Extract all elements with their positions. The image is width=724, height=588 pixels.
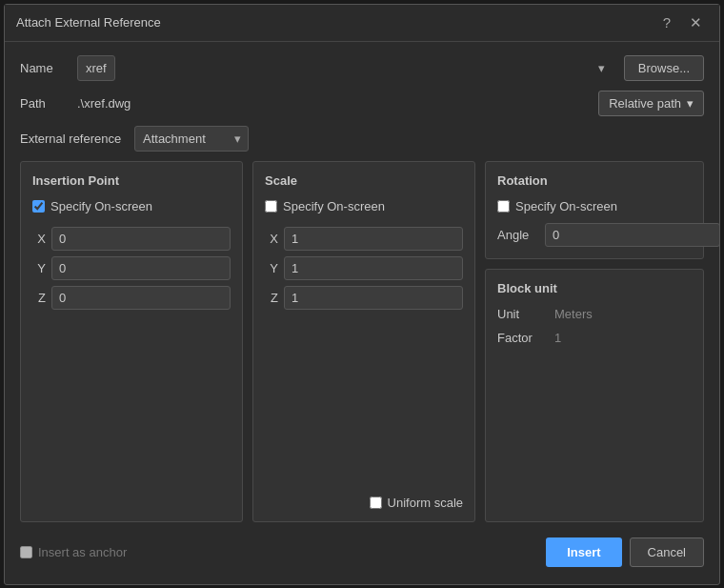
factor-value: 1	[554, 331, 561, 345]
attach-xref-dialog: Attach External Reference ? ✕ Name xref …	[4, 4, 720, 585]
scale-specify-checkbox[interactable]	[265, 200, 277, 213]
insertion-y-input[interactable]	[51, 256, 231, 280]
block-unit-panel: Block unit Unit Meters Factor 1	[485, 269, 704, 522]
insertion-y-row: Y	[32, 256, 231, 280]
scale-specify-row: Specify On-screen	[265, 199, 463, 213]
anchor-checkbox[interactable]	[20, 546, 32, 558]
rotation-specify-checkbox[interactable]	[497, 200, 510, 213]
help-button[interactable]: ?	[657, 12, 676, 32]
factor-label: Factor	[497, 331, 545, 345]
insertion-x-label: X	[32, 232, 46, 246]
name-select[interactable]: xref	[77, 55, 115, 81]
insertion-specify-label: Specify On-screen	[50, 199, 152, 213]
insert-button[interactable]: Insert	[546, 537, 621, 567]
name-label: Name	[20, 61, 68, 75]
scale-y-label: Y	[265, 261, 278, 275]
insertion-specify-checkbox[interactable]	[32, 200, 45, 213]
browse-button[interactable]: Browse...	[624, 55, 704, 81]
scale-y-input[interactable]	[284, 256, 463, 280]
anchor-row: Insert as anchor	[20, 545, 127, 559]
rotation-panel: Rotation Specify On-screen Angle	[485, 161, 704, 259]
path-value: .\xref.dwg	[77, 96, 329, 111]
chevron-down-icon: ▾	[687, 96, 694, 111]
insertion-x-row: X	[32, 227, 231, 251]
scale-z-label: Z	[265, 291, 278, 305]
scale-panel: Scale Specify On-screen X Y Z	[252, 161, 475, 522]
uniform-scale-row: Uniform scale	[265, 496, 463, 510]
insertion-xyz-fields: X Y Z	[32, 227, 231, 310]
dialog-body: Name xref Browse... Path .\xref.dwg Rela…	[5, 42, 719, 584]
insertion-z-row: Z	[32, 286, 231, 310]
scale-xyz-fields: X Y Z	[265, 227, 463, 310]
ext-ref-select-wrapper: Attachment Overlay	[134, 126, 249, 152]
insertion-point-title: Insertion Point	[32, 173, 231, 188]
name-row: Name xref Browse...	[20, 55, 704, 81]
insertion-z-input[interactable]	[51, 286, 231, 310]
uniform-scale-label: Uniform scale	[388, 496, 463, 510]
action-buttons: Insert Cancel	[546, 537, 704, 567]
factor-row: Factor 1	[497, 331, 692, 345]
unit-row: Unit Meters	[497, 307, 692, 321]
unit-value: Meters	[554, 307, 593, 321]
rotation-specify-row: Specify On-screen	[497, 199, 692, 213]
unit-label: Unit	[497, 307, 545, 321]
scale-specify-label: Specify On-screen	[283, 199, 385, 213]
ext-ref-label: External reference	[20, 132, 125, 146]
scale-z-row: Z	[265, 286, 463, 310]
insertion-point-panel: Insertion Point Specify On-screen X Y	[20, 161, 243, 522]
angle-input[interactable]	[545, 223, 719, 247]
close-button[interactable]: ✕	[684, 12, 708, 33]
path-type-button[interactable]: Relative path ▾	[598, 91, 704, 116]
angle-row: Angle	[497, 223, 692, 247]
footer-row: Insert as anchor Insert Cancel	[20, 532, 704, 571]
path-type-label: Relative path	[609, 96, 681, 111]
panels-row: Insertion Point Specify On-screen X Y	[20, 161, 704, 522]
dialog-title: Attach External Reference	[16, 15, 161, 30]
scale-x-input[interactable]	[284, 227, 463, 251]
title-bar: Attach External Reference ? ✕	[5, 5, 719, 42]
block-unit-title: Block unit	[497, 281, 692, 295]
insertion-x-input[interactable]	[51, 227, 231, 251]
right-panels: Rotation Specify On-screen Angle Block u…	[485, 161, 704, 522]
insertion-specify-row: Specify On-screen	[32, 199, 231, 213]
ext-ref-select[interactable]: Attachment Overlay	[134, 126, 249, 152]
angle-label: Angle	[497, 228, 535, 242]
insertion-y-label: Y	[32, 261, 46, 275]
title-bar-right: ? ✕	[657, 12, 708, 33]
scale-x-label: X	[265, 232, 278, 246]
title-bar-left: Attach External Reference	[16, 15, 161, 30]
scale-y-row: Y	[265, 256, 463, 280]
path-row: Path .\xref.dwg Relative path ▾	[20, 91, 704, 116]
rotation-specify-label: Specify On-screen	[515, 199, 617, 213]
uniform-scale-checkbox[interactable]	[370, 497, 382, 509]
scale-title: Scale	[265, 173, 463, 188]
scale-z-input[interactable]	[284, 286, 463, 310]
cancel-button[interactable]: Cancel	[630, 537, 704, 567]
scale-x-row: X	[265, 227, 463, 251]
name-select-wrapper: xref	[77, 55, 614, 81]
rotation-title: Rotation	[497, 173, 692, 188]
path-label: Path	[20, 96, 68, 111]
ext-ref-row: External reference Attachment Overlay	[20, 126, 704, 152]
insertion-z-label: Z	[32, 291, 46, 305]
anchor-label: Insert as anchor	[38, 545, 127, 559]
